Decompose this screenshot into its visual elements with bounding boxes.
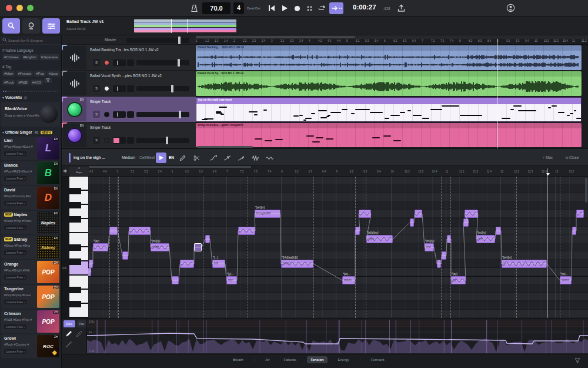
midi-note[interactable] — [447, 235, 451, 243]
pan-control[interactable] — [113, 111, 126, 118]
envelope-tab[interactable]: Env. — [64, 320, 75, 327]
volume-handle[interactable] — [166, 137, 168, 144]
record-arm-button[interactable] — [104, 112, 109, 117]
pan-control[interactable] — [113, 137, 126, 144]
midi-note[interactable]: *[y]...my — [226, 276, 237, 284]
loop-icon[interactable] — [318, 5, 326, 12]
pan-control[interactable] — [113, 59, 126, 66]
track-row[interactable]: Ballad Backing Tra...les SOS NO 1 JW v2S — [62, 45, 196, 71]
singer-search[interactable] — [0, 35, 61, 45]
midi-note[interactable]: *[eh][n]n — [502, 260, 547, 268]
pencil-tool[interactable] — [177, 152, 188, 163]
track-row[interactable]: Ballad Vocal Synth ...ples SOS NO 1 JW v… — [62, 71, 196, 97]
black-key[interactable] — [69, 244, 81, 251]
language-selector[interactable]: EN — [169, 155, 174, 160]
pan-fine-control[interactable] — [127, 137, 134, 144]
track-row[interactable]: ENSinger TrackS — [62, 97, 196, 122]
solo-button[interactable]: S — [93, 137, 100, 144]
singer-card[interactable]: Growl#Rock #Country #License Free ›ROC◆Z… — [1, 334, 60, 358]
scrollbar-handle[interactable] — [196, 36, 355, 38]
param-tab-formant[interactable]: Formant — [368, 356, 387, 363]
pan-control[interactable] — [113, 85, 126, 92]
midi-note[interactable] — [410, 218, 414, 227]
singer-card[interactable]: Crimson#R&B #Soul #Pop #License Free ›PO… — [1, 310, 60, 333]
voicemix-section-header[interactable]: ▾ VoiceMix 0 — [2, 95, 28, 100]
midi-note[interactable] — [205, 235, 210, 243]
play-button[interactable] — [281, 5, 288, 12]
close-editor-button[interactable]: ⇲ Close — [565, 155, 579, 160]
editor-vscrollbar[interactable] — [585, 178, 587, 203]
language-tag[interactable]: #Chinese — [2, 54, 21, 60]
black-key[interactable] — [69, 216, 81, 223]
midi-note[interactable]: *[m][iy]mah — [151, 243, 169, 251]
midi-note[interactable] — [442, 251, 446, 260]
singer-card[interactable]: NEWSidney#Disco #Pop #BrigLicense Free ›… — [1, 236, 60, 259]
midi-note[interactable]: *[s][t][ey]stay — [366, 235, 393, 243]
metronome-grid-icon[interactable] — [306, 5, 313, 12]
pitch-line-tool[interactable] — [208, 152, 218, 163]
singer-card[interactable]: Lien#Pop #Kpop #Soul #License Free ›LEN — [1, 137, 60, 160]
midi-note[interactable] — [109, 227, 118, 235]
pitch-anchor-tool[interactable] — [222, 152, 232, 163]
style-tag[interactable]: #Pop — [34, 71, 46, 77]
skip-to-start-button[interactable] — [268, 5, 275, 12]
style-tag[interactable]: #ACG — [31, 79, 44, 85]
midi-note[interactable] — [355, 227, 360, 235]
record-arm-button[interactable] — [104, 60, 109, 65]
tag-filter-button[interactable] — [44, 78, 52, 83]
midi-note[interactable] — [122, 251, 128, 260]
volume-slider[interactable] — [136, 112, 189, 117]
singer-avatar[interactable] — [63, 124, 86, 147]
volume-slider[interactable] — [136, 138, 189, 143]
param-tab-falsetto[interactable]: Falsetto — [280, 356, 300, 363]
midi-note[interactable]: *[ay] — [93, 243, 108, 251]
style-tag[interactable]: #R&B — [16, 79, 29, 85]
mute-preview-speaker-icon[interactable] — [63, 168, 68, 174]
singer-avatar[interactable] — [63, 98, 86, 121]
vibrato-tool[interactable] — [264, 152, 275, 163]
metronome-icon[interactable] — [191, 4, 198, 12]
parameters-tab[interactable]: Par. — [77, 320, 86, 327]
tension-curve-graph[interactable] — [87, 319, 588, 354]
midi-note[interactable] — [238, 227, 255, 235]
grid-mode-selector[interactable]: Cell/Beat — [139, 155, 155, 160]
midi-note[interactable] — [463, 218, 469, 227]
pan-fine-control[interactable] — [127, 59, 134, 66]
volume-handle[interactable] — [178, 59, 180, 67]
key-signature-selector[interactable]: C Major — [69, 167, 89, 176]
mixer-panel-button[interactable] — [42, 18, 60, 34]
midi-note[interactable] — [180, 260, 194, 268]
parameter-filter-icon[interactable] — [574, 358, 580, 364]
midi-note[interactable] — [465, 210, 478, 218]
record-button[interactable] — [294, 5, 300, 12]
piano-keyboard[interactable] — [69, 177, 88, 318]
midi-note[interactable] — [576, 210, 584, 218]
midi-note[interactable]: *[w]...want — [560, 276, 572, 284]
navigator-viewport[interactable] — [134, 19, 172, 33]
volume-handle[interactable] — [171, 85, 173, 92]
ai-singer-panel-button[interactable] — [2, 18, 20, 34]
black-key[interactable] — [69, 188, 81, 194]
midi-note[interactable] — [88, 268, 91, 276]
editing-clip-name[interactable]: ing on the nigh ... — [74, 155, 105, 160]
param-tab-tension[interactable]: Tension — [307, 356, 328, 363]
black-key[interactable] — [69, 202, 81, 208]
record-arm-button[interactable] — [104, 86, 109, 91]
minimize-window-button[interactable] — [16, 5, 23, 11]
midi-note[interactable]: *[hh][aa][r][t]heart — [281, 260, 313, 268]
midi-note[interactable] — [572, 227, 576, 235]
audio-clip-backing[interactable]: Ballad Backing ... SOS NO 1 JW v2 — [196, 45, 582, 70]
volume-slider[interactable] — [136, 60, 189, 65]
close-window-button[interactable] — [6, 5, 12, 11]
singer-card[interactable]: Tangerine#Pop #Cpop #CleaLicense Free ›P… — [1, 285, 60, 309]
param-tab-energy[interactable]: Energy — [335, 356, 353, 363]
solo-button[interactable]: S — [93, 85, 100, 92]
param-tab-air[interactable]: Air — [262, 356, 273, 363]
midi-note[interactable] — [359, 210, 371, 218]
search-input[interactable] — [8, 37, 59, 44]
style-tag[interactable]: #Jpop — [47, 71, 60, 77]
pitch-draw-tool[interactable] — [236, 152, 246, 163]
blankvoice-card[interactable]: BlankVoice Drag to start a VoiceMix — [1, 102, 60, 127]
pan-fine-control[interactable] — [127, 85, 134, 92]
midi-note[interactable] — [172, 276, 179, 284]
